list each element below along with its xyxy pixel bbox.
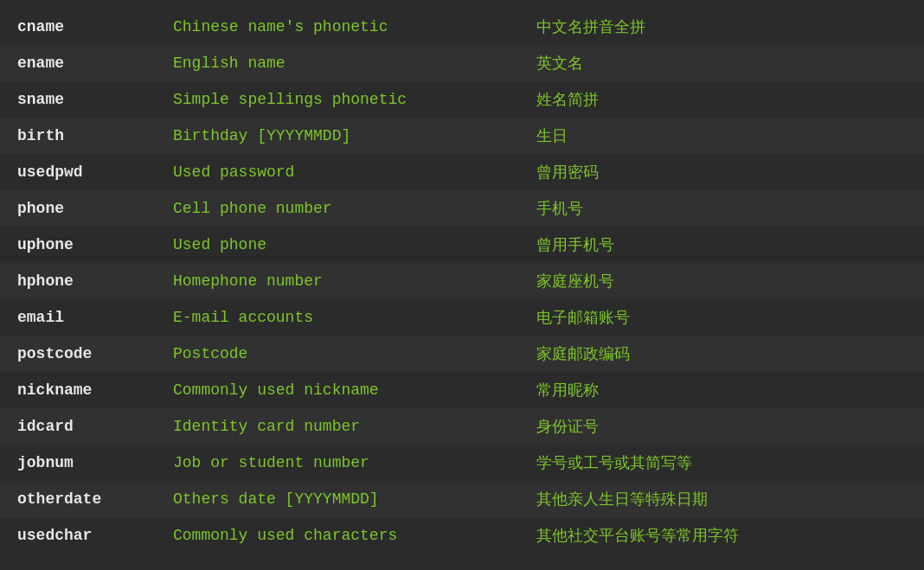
key-cell: usedchar — [17, 527, 173, 544]
chinese-cell: 姓名简拼 — [536, 89, 907, 110]
english-cell: Commonly used characters — [173, 527, 536, 544]
key-cell: uphone — [17, 236, 173, 253]
english-cell: Cell phone number — [173, 200, 536, 217]
table-row: usedpwdUsed password曾用密码 — [0, 154, 924, 190]
chinese-cell: 家庭座机号 — [536, 271, 907, 291]
table-row: enameEnglish name英文名 — [0, 45, 924, 81]
table-row: uphoneUsed phone曾用手机号 — [0, 227, 924, 263]
key-cell: sname — [17, 91, 173, 108]
english-cell: Identity card number — [173, 418, 536, 435]
key-cell: usedpwd — [17, 163, 173, 181]
chinese-cell: 英文名 — [536, 53, 907, 74]
english-cell: Used phone — [173, 236, 536, 253]
chinese-cell: 曾用密码 — [536, 162, 907, 183]
chinese-cell: 常用昵称 — [536, 380, 907, 400]
key-cell: jobnum — [17, 454, 173, 471]
key-cell: otherdate — [17, 490, 173, 508]
table-row: cnameChinese name's phonetic中文名拼音全拼 — [0, 9, 924, 45]
table-row: postcodePostcode家庭邮政编码 — [0, 336, 924, 372]
english-cell: E-mail accounts — [173, 309, 536, 326]
chinese-cell: 其他社交平台账号等常用字符 — [536, 525, 907, 546]
chinese-cell: 身份证号 — [536, 416, 907, 437]
english-cell: Simple spellings phonetic — [173, 91, 536, 108]
key-cell: cname — [17, 18, 173, 35]
key-cell: birth — [17, 127, 173, 144]
table-row: nicknameCommonly used nickname常用昵称 — [0, 372, 924, 408]
chinese-cell: 学号或工号或其简写等 — [536, 452, 907, 473]
english-cell: Used password — [173, 163, 536, 181]
chinese-cell: 曾用手机号 — [536, 234, 907, 255]
key-cell: email — [17, 309, 173, 326]
english-cell: Commonly used nickname — [173, 381, 536, 399]
data-table: cnameChinese name's phonetic中文名拼音全拼ename… — [0, 9, 924, 554]
chinese-cell: 电子邮箱账号 — [536, 307, 907, 328]
key-cell: nickname — [17, 381, 173, 399]
key-cell: idcard — [17, 418, 173, 435]
english-cell: Others date [YYYYMMDD] — [173, 490, 536, 508]
table-row: phoneCell phone number手机号 — [0, 190, 924, 227]
key-cell: phone — [17, 200, 173, 217]
key-cell: ename — [17, 54, 173, 72]
english-cell: Job or student number — [173, 454, 536, 471]
table-row: birthBirthday [YYYYMMDD]生日 — [0, 118, 924, 154]
english-cell: Chinese name's phonetic — [173, 18, 536, 35]
table-row: jobnumJob or student number学号或工号或其简写等 — [0, 445, 924, 481]
table-row: hphoneHomephone number家庭座机号 — [0, 263, 924, 299]
chinese-cell: 手机号 — [536, 198, 907, 219]
chinese-cell: 生日 — [536, 125, 907, 146]
english-cell: Birthday [YYYYMMDD] — [173, 127, 536, 144]
table-row: emailE-mail accounts电子邮箱账号 — [0, 299, 924, 336]
table-row: usedcharCommonly used characters其他社交平台账号… — [0, 517, 924, 554]
table-row: idcardIdentity card number身份证号 — [0, 408, 924, 445]
chinese-cell: 家庭邮政编码 — [536, 343, 907, 364]
key-cell: hphone — [17, 272, 173, 290]
key-cell: postcode — [17, 345, 173, 362]
english-cell: Postcode — [173, 345, 536, 362]
table-row: otherdateOthers date [YYYYMMDD]其他亲人生日等特殊… — [0, 481, 924, 517]
chinese-cell: 其他亲人生日等特殊日期 — [536, 489, 907, 509]
english-cell: English name — [173, 54, 536, 72]
chinese-cell: 中文名拼音全拼 — [536, 16, 907, 37]
english-cell: Homephone number — [173, 272, 536, 290]
table-row: snameSimple spellings phonetic姓名简拼 — [0, 81, 924, 118]
